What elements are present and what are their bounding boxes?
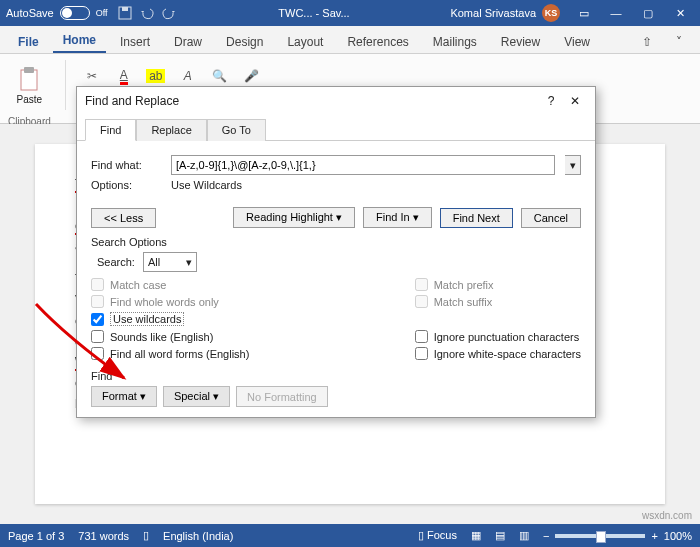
font-color-icon[interactable]: A bbox=[112, 64, 136, 88]
find-what-dropdown-icon[interactable]: ▾ bbox=[565, 155, 581, 175]
view-web-icon[interactable]: ▥ bbox=[519, 529, 529, 542]
collapse-ribbon-icon[interactable]: ˅ bbox=[666, 31, 692, 53]
view-print-icon[interactable]: ▦ bbox=[471, 529, 481, 542]
zoom-level[interactable]: 100% bbox=[664, 530, 692, 542]
find-section-label: Find bbox=[91, 370, 581, 382]
svg-rect-1 bbox=[122, 7, 128, 11]
options-value: Use Wildcards bbox=[171, 179, 242, 191]
tab-review[interactable]: Review bbox=[491, 31, 550, 53]
search-options-label: Search Options bbox=[91, 236, 581, 248]
title-bar: AutoSave Off TWC... - Sav... Komal Sriva… bbox=[0, 0, 700, 26]
tab-find[interactable]: Find bbox=[85, 119, 136, 141]
quick-access-toolbar bbox=[116, 4, 178, 22]
ignore-whitespace-checkbox[interactable]: Ignore white-space characters bbox=[415, 347, 581, 360]
use-wildcards-checkbox[interactable]: Use wildcards bbox=[91, 312, 249, 326]
tab-view[interactable]: View bbox=[554, 31, 600, 53]
close-window-icon[interactable]: ✕ bbox=[666, 3, 694, 23]
highlight-icon[interactable]: ab bbox=[144, 64, 168, 88]
tab-file[interactable]: File bbox=[8, 31, 49, 53]
zoom-slider[interactable] bbox=[555, 534, 645, 538]
tab-goto[interactable]: Go To bbox=[207, 119, 266, 141]
find-what-input[interactable] bbox=[171, 155, 555, 175]
dialog-titlebar[interactable]: Find and Replace ? ✕ bbox=[77, 87, 595, 115]
dialog-body: Find what: ▾ Options: Use Wildcards << L… bbox=[77, 140, 595, 417]
cut-icon[interactable]: ✂ bbox=[80, 64, 104, 88]
paste-label: Paste bbox=[17, 94, 43, 105]
zoom-in-icon[interactable]: + bbox=[651, 530, 657, 542]
search-direction-select[interactable]: All ▾ bbox=[143, 252, 197, 272]
user-account[interactable]: Komal Srivastava KS bbox=[450, 4, 560, 22]
zoom-out-icon[interactable]: − bbox=[543, 530, 549, 542]
chevron-down-icon: ▾ bbox=[186, 256, 192, 269]
share-button[interactable]: ⇧ bbox=[632, 31, 662, 53]
cancel-button[interactable]: Cancel bbox=[521, 208, 581, 228]
dialog-title: Find and Replace bbox=[85, 94, 179, 108]
tab-insert[interactable]: Insert bbox=[110, 31, 160, 53]
sounds-like-checkbox[interactable]: Sounds like (English) bbox=[91, 330, 249, 343]
autosave-toggle[interactable] bbox=[60, 6, 90, 20]
match-case-checkbox: Match case bbox=[91, 278, 249, 291]
clipboard-group: Paste Clipboard bbox=[8, 60, 51, 127]
status-words[interactable]: 731 words bbox=[78, 530, 129, 542]
autosave-state: Off bbox=[96, 8, 108, 18]
match-suffix-checkbox: Match suffix bbox=[415, 295, 581, 308]
tab-layout[interactable]: Layout bbox=[277, 31, 333, 53]
spellcheck-icon[interactable]: ▯ bbox=[143, 529, 149, 542]
undo-icon[interactable] bbox=[138, 4, 156, 22]
word-forms-checkbox[interactable]: Find all word forms (English) bbox=[91, 347, 249, 360]
close-dialog-icon[interactable]: ✕ bbox=[563, 94, 587, 108]
user-name: Komal Srivastava bbox=[450, 7, 536, 19]
find-in-button[interactable]: Find In ▾ bbox=[363, 207, 432, 228]
save-icon[interactable] bbox=[116, 4, 134, 22]
reading-highlight-button[interactable]: Reading Highlight ▾ bbox=[233, 207, 355, 228]
dictate-icon[interactable]: 🎤 bbox=[240, 64, 264, 88]
view-read-icon[interactable]: ▤ bbox=[495, 529, 505, 542]
ribbon-display-icon[interactable]: ▭ bbox=[570, 3, 598, 23]
match-prefix-checkbox: Match prefix bbox=[415, 278, 581, 291]
redo-icon[interactable] bbox=[160, 4, 178, 22]
tab-home[interactable]: Home bbox=[53, 29, 106, 53]
avatar: KS bbox=[542, 4, 560, 22]
clear-format-icon[interactable]: A bbox=[176, 64, 200, 88]
help-button[interactable]: ? bbox=[539, 94, 563, 108]
options-label: Options: bbox=[91, 179, 161, 191]
autosave-control[interactable]: AutoSave Off bbox=[6, 6, 108, 20]
paste-button[interactable]: Paste bbox=[9, 60, 49, 110]
less-button[interactable]: << Less bbox=[91, 208, 156, 228]
search-direction-value: All bbox=[148, 256, 160, 268]
minimize-icon[interactable]: — bbox=[602, 3, 630, 23]
svg-rect-3 bbox=[24, 67, 34, 73]
ribbon-tabs: File Home Insert Draw Design Layout Refe… bbox=[0, 26, 700, 54]
tab-mailings[interactable]: Mailings bbox=[423, 31, 487, 53]
ignore-punctuation-checkbox[interactable]: Ignore punctuation characters bbox=[415, 330, 581, 343]
watermark-text: wsxdn.com bbox=[642, 510, 692, 521]
tab-references[interactable]: References bbox=[337, 31, 418, 53]
tab-draw[interactable]: Draw bbox=[164, 31, 212, 53]
find-next-button[interactable]: Find Next bbox=[440, 208, 513, 228]
focus-mode-button[interactable]: ▯ Focus bbox=[418, 529, 457, 542]
search-direction-label: Search: bbox=[97, 256, 135, 268]
no-formatting-button: No Formatting bbox=[236, 386, 328, 407]
find-what-label: Find what: bbox=[91, 159, 161, 171]
search-icon[interactable]: 🔍 bbox=[208, 64, 232, 88]
find-replace-dialog: Find and Replace ? ✕ Find Replace Go To … bbox=[76, 86, 596, 418]
format-button[interactable]: Format ▾ bbox=[91, 386, 157, 407]
autosave-label: AutoSave bbox=[6, 7, 54, 19]
maximize-icon[interactable]: ▢ bbox=[634, 3, 662, 23]
status-page[interactable]: Page 1 of 3 bbox=[8, 530, 64, 542]
document-title: TWC... - Sav... bbox=[178, 7, 451, 19]
status-bar: Page 1 of 3 731 words ▯ English (India) … bbox=[0, 524, 700, 547]
status-language[interactable]: English (India) bbox=[163, 530, 233, 542]
tab-design[interactable]: Design bbox=[216, 31, 273, 53]
whole-words-checkbox: Find whole words only bbox=[91, 295, 249, 308]
special-button[interactable]: Special ▾ bbox=[163, 386, 230, 407]
tab-replace[interactable]: Replace bbox=[136, 119, 206, 141]
dialog-tabs: Find Replace Go To bbox=[77, 115, 595, 141]
zoom-control[interactable]: − + 100% bbox=[543, 530, 692, 542]
